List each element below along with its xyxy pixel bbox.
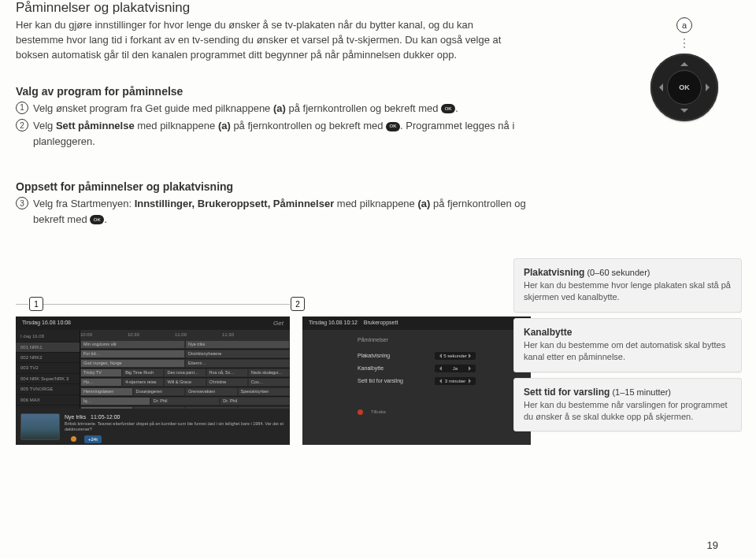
screenshot-label-2: 2 [291, 297, 305, 311]
screenshot-settings: Tirsdag 16.08 10:12 Brukeroppsett Get På… [302, 317, 531, 445]
dpad: OK [650, 54, 718, 121]
callout: Plakatvisning (0–60 sekunder)Her kan du … [513, 258, 742, 313]
arrow-left-icon [655, 83, 663, 91]
program-thumbnail [20, 413, 60, 440]
ok-icon: OK [386, 122, 400, 131]
page-title: Påminnelser og plakatvisning [16, 0, 718, 16]
section2-title: Oppsett for påminnelser og plakatvisning [16, 180, 718, 193]
channel-column: I dag 16.08 001 NRK1002 NRK2003 TV2004 N… [16, 330, 80, 420]
callout: Sett tid for varsling (1–15 minutter)Her… [513, 378, 742, 432]
page-number: 19 [707, 539, 718, 551]
orange-dot-icon [71, 436, 76, 442]
arrow-right-icon [706, 83, 713, 91]
screenshot-label-1: 1 [29, 297, 43, 311]
arrow-down-icon [680, 109, 688, 117]
step-3: 3 Velg fra Startmenyen: Innstillinger, B… [16, 196, 528, 227]
ok-icon: OK [441, 104, 455, 113]
screenshot-guide: Tirsdag 16.08 10:08 Get I dag 16.08 001 … [16, 317, 290, 445]
callout: KanalbytteHer kan du bestemme om det aut… [513, 318, 742, 372]
red-dot-icon [358, 409, 363, 415]
section1-title: Valg av program for påminnelse [16, 85, 718, 98]
program-detail: Nye triks 11:05-12:00 Britisk krimserie.… [16, 409, 290, 445]
ok-icon: OK [90, 215, 104, 224]
step-2: 2 Velg Sett påminnelse med pilknappene (… [16, 118, 528, 149]
ok-button-icon: OK [667, 70, 702, 105]
step-1: 1 Velg ønsket program fra Get guide med … [16, 101, 528, 117]
arrow-up-icon [680, 58, 688, 66]
remote-tag-a: a [676, 17, 692, 33]
intro-text: Her kan du gjøre innstillinger for hvor … [16, 18, 520, 63]
remote-diagram: a OK [650, 17, 718, 121]
